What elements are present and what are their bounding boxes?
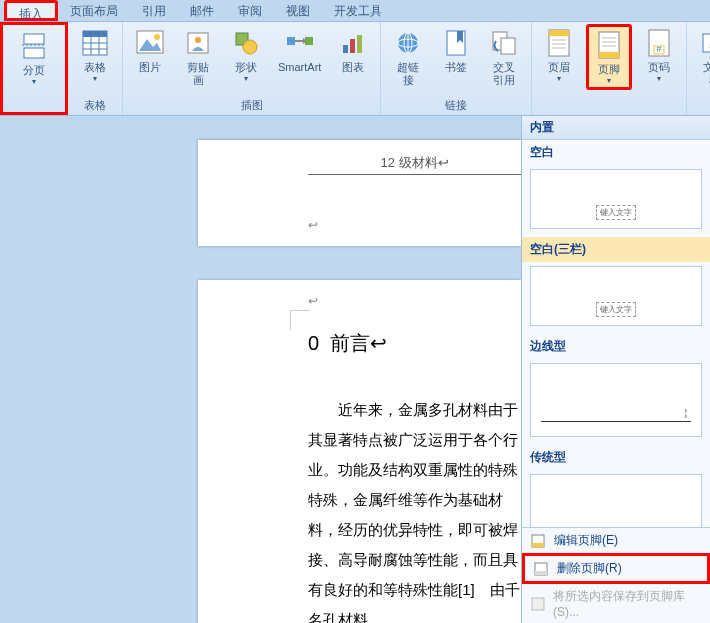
pagenum-button[interactable]: # 页码 ▾: [638, 24, 680, 86]
clipart-icon: [182, 27, 214, 59]
table-button[interactable]: 表格 ▾: [74, 24, 116, 86]
remove-footer-item[interactable]: 删除页脚(R): [522, 553, 710, 584]
svg-rect-4: [83, 31, 107, 37]
page-current: ↩ 0 前言↩ 近年来，金属多孔材料由于其显著特点被广泛运用于各个行业。功能及结…: [198, 280, 521, 623]
preset-edge[interactable]: ¦: [530, 363, 702, 437]
crossref-icon: [488, 27, 520, 59]
tab-review[interactable]: 审阅: [226, 0, 274, 21]
preset-blank3-label: 空白(三栏): [522, 237, 710, 262]
svg-point-13: [195, 37, 201, 43]
preset-blank3[interactable]: 键入文字: [530, 266, 702, 326]
header-button[interactable]: 页眉 ▾: [538, 24, 580, 86]
shapes-button[interactable]: 形状 ▾: [225, 24, 267, 86]
svg-rect-29: [501, 38, 515, 54]
page-break-button[interactable]: 分页 ▾: [13, 27, 55, 89]
svg-rect-0: [24, 34, 44, 44]
dropdown-arrow-icon: ▾: [32, 77, 36, 86]
textbox-button[interactable]: A 文本框 ▾: [693, 24, 710, 99]
group-illustrations: 图片 剪贴画 形状 ▾ SmartArt 图表 插图: [123, 22, 381, 115]
edit-icon: [530, 533, 546, 549]
svg-rect-50: [532, 543, 544, 547]
tab-layout[interactable]: 页面布局: [58, 0, 130, 21]
hyperlink-button[interactable]: 超链接: [387, 24, 429, 90]
smartart-icon: [284, 27, 316, 59]
picture-icon: [134, 27, 166, 59]
svg-rect-16: [287, 37, 295, 45]
svg-point-11: [154, 34, 160, 40]
svg-point-15: [243, 40, 257, 54]
dropdown-arrow-icon: ▾: [607, 76, 611, 85]
dropdown-arrow-icon: ▾: [657, 74, 661, 83]
tab-view[interactable]: 视图: [274, 0, 322, 21]
textbox-icon: A: [698, 27, 710, 59]
body-text[interactable]: 近年来，金属多孔材料由于其显著特点被广泛运用于各个行业。功能及结构双重属性的特殊…: [308, 395, 521, 623]
group-tables: 表格 ▾ 表格: [68, 22, 123, 115]
preset-traditional-label: 传统型: [522, 445, 710, 470]
dropdown-footer: 编辑页脚(E) 删除页脚(R) 将所选内容保存到页脚库(S)...: [522, 527, 710, 623]
svg-rect-20: [350, 39, 355, 53]
page-header: 12 级材料↩: [308, 154, 521, 175]
paragraph-mark: ↩: [308, 218, 318, 232]
dropdown-arrow-icon: ▾: [557, 74, 561, 83]
bookmark-icon: [440, 27, 472, 59]
smartart-button[interactable]: SmartArt: [273, 24, 326, 77]
footer-icon: [593, 29, 625, 61]
crossref-button[interactable]: 交叉 引用: [483, 24, 525, 90]
clipart-button[interactable]: 剪贴画: [177, 24, 219, 90]
svg-rect-1: [24, 48, 44, 58]
heading[interactable]: 0 前言↩: [308, 330, 521, 357]
footer-button[interactable]: 页脚 ▾: [586, 24, 632, 90]
tab-insert[interactable]: 插入: [4, 0, 58, 21]
group-headerfooter: 页眉 ▾ 页脚 ▾ # 页码 ▾: [532, 22, 687, 115]
pagenum-icon: #: [643, 27, 675, 59]
shapes-icon: [230, 27, 262, 59]
group-pages: 分页 ▾: [0, 22, 68, 115]
page-break-icon: [18, 30, 50, 62]
dropdown-arrow-icon: ▾: [93, 74, 97, 83]
dropdown-arrow-icon: ▾: [244, 74, 248, 83]
picture-button[interactable]: 图片: [129, 24, 171, 77]
preset-blank-label: 空白: [522, 140, 710, 165]
page-prev: 12 级材料↩ ↩: [198, 140, 521, 246]
placeholder-text: 键入文字: [596, 205, 636, 220]
placeholder-text: 键入文字: [596, 302, 636, 317]
chart-button[interactable]: 图表: [332, 24, 374, 77]
svg-rect-36: [599, 52, 619, 58]
footer-dropdown: 内置 空白 键入文字 空白(三栏) 键入文字 边线型 ¦ 传统型 编辑页脚(E)…: [521, 116, 710, 623]
preset-edge-label: 边线型: [522, 334, 710, 359]
svg-rect-19: [343, 45, 348, 53]
header-mark: ↩: [308, 294, 318, 308]
group-text: A 文本框 ▾ 文档部件: [687, 22, 710, 115]
dropdown-section-builtin: 内置: [522, 116, 710, 140]
tab-mailings[interactable]: 邮件: [178, 0, 226, 21]
group-links: 超链接 书签 交叉 引用 链接: [381, 22, 532, 115]
header-icon: [543, 27, 575, 59]
ribbon: 分页 ▾ 表格 ▾ 表格 图片 剪贴画: [0, 22, 710, 116]
margin-marker: [290, 310, 310, 330]
hyperlink-icon: [392, 27, 424, 59]
preset-blank[interactable]: 键入文字: [530, 169, 702, 229]
table-icon: [79, 27, 111, 59]
chart-icon: [337, 27, 369, 59]
svg-rect-21: [357, 35, 362, 53]
tab-references[interactable]: 引用: [130, 0, 178, 21]
save-footer-item[interactable]: 将所选内容保存到页脚库(S)...: [522, 584, 710, 623]
svg-rect-52: [535, 571, 547, 575]
bookmark-button[interactable]: 书签: [435, 24, 477, 77]
save-icon: [530, 596, 545, 612]
svg-rect-31: [549, 30, 569, 36]
document-canvas[interactable]: 12 级材料↩ ↩ ↩ 0 前言↩ 近年来，金属多孔材料由于其显著特点被广泛运用…: [0, 116, 521, 623]
tab-dev[interactable]: 开发工具: [322, 0, 394, 21]
remove-icon: [533, 561, 549, 577]
svg-rect-53: [532, 598, 544, 610]
ribbon-tabs: 插入 页面布局 引用 邮件 审阅 视图 开发工具: [0, 0, 710, 22]
edit-footer-item[interactable]: 编辑页脚(E): [522, 528, 710, 553]
